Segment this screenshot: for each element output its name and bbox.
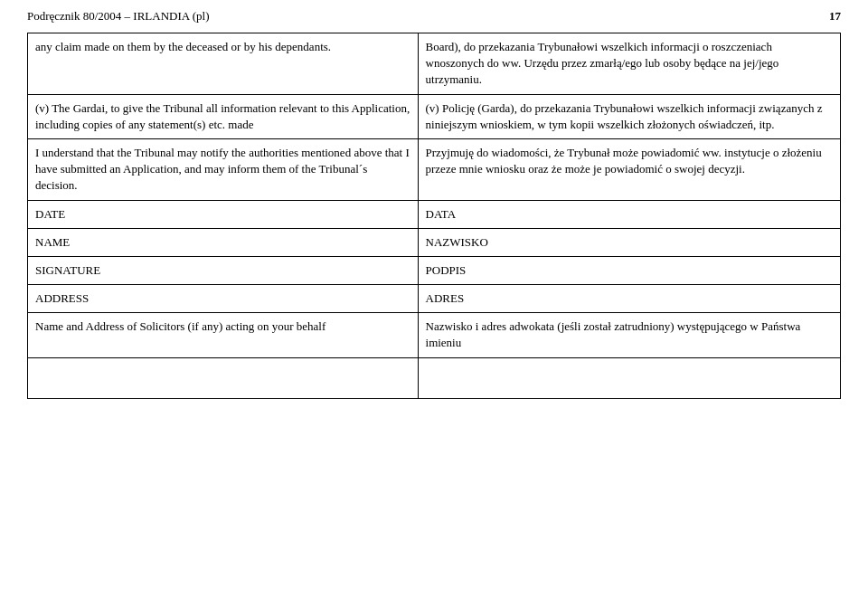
table-cell-left: (v) The Gardai, to give the Tribunal all…	[28, 94, 419, 138]
table-row: NAMENAZWISKO	[28, 228, 841, 256]
table-row: Name and Address of Solicitors (if any) …	[28, 313, 841, 357]
table-row: I understand that the Tribunal may notif…	[28, 138, 841, 200]
page-number: 17	[829, 9, 841, 24]
table-cell-left: SIGNATURE	[28, 256, 419, 284]
table-cell-right: ADRES	[418, 285, 840, 313]
table-cell-left: I understand that the Tribunal may notif…	[28, 138, 419, 200]
table-cell-right: NAZWISKO	[418, 228, 840, 256]
table-row	[28, 357, 841, 398]
table-cell-right: Board), do przekazania Trybunałowi wszel…	[418, 33, 840, 95]
table-cell-left: DATE	[28, 200, 419, 228]
table-row: ADDRESSADRES	[28, 285, 841, 313]
table-cell-left: Name and Address of Solicitors (if any) …	[28, 313, 419, 357]
table-cell-right: (v) Policję (Garda), do przekazania Tryb…	[418, 94, 840, 138]
table-cell-left: ADDRESS	[28, 285, 419, 313]
table-cell-right: PODPIS	[418, 256, 840, 284]
table-cell-right: DATA	[418, 200, 840, 228]
main-table: any claim made on them by the deceased o…	[27, 33, 841, 399]
table-row: SIGNATUREPODPIS	[28, 256, 841, 284]
table-cell-left: NAME	[28, 228, 419, 256]
page-header: Podręcznik 80/2004 – IRLANDIA (pl) 17	[27, 9, 841, 24]
page: Podręcznik 80/2004 – IRLANDIA (pl) 17 an…	[0, 0, 868, 599]
table-row: any claim made on them by the deceased o…	[28, 33, 841, 95]
page-title: Podręcznik 80/2004 – IRLANDIA (pl)	[27, 9, 209, 24]
table-row: (v) The Gardai, to give the Tribunal all…	[28, 94, 841, 138]
table-cell-right	[418, 357, 840, 398]
table-cell-right: Przyjmuję do wiadomości, że Trybunał moż…	[418, 138, 840, 200]
table-cell-left	[28, 357, 419, 398]
table-row: DATEDATA	[28, 200, 841, 228]
table-cell-left: any claim made on them by the deceased o…	[28, 33, 419, 95]
table-cell-right: Nazwisko i adres adwokata (jeśli został …	[418, 313, 840, 357]
